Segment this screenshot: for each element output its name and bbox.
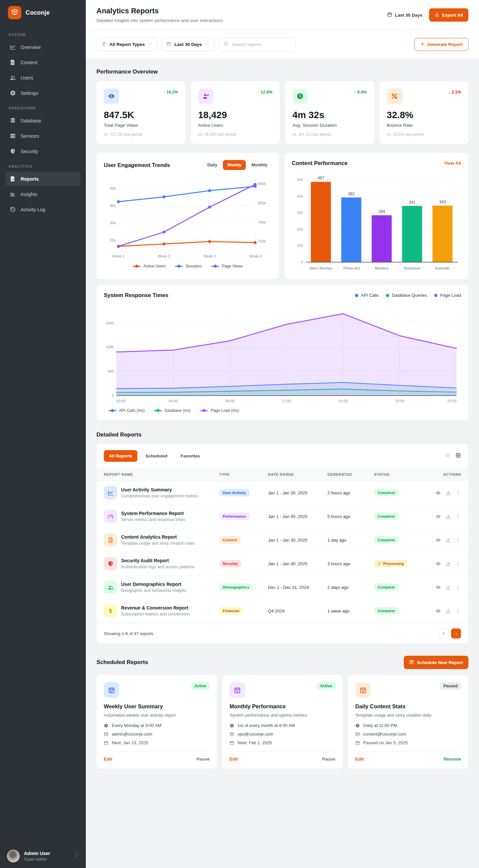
overview-icon [9,44,16,50]
table-row[interactable]: Content Analytics ReportTemplate usage a… [96,528,468,552]
svg-text:20k: 20k [110,238,116,242]
status-cell: Complete [374,489,423,496]
edit-link[interactable]: Edit [229,756,238,762]
gauge-icon [104,510,117,523]
edit-link[interactable]: Edit [355,756,364,762]
download-icon[interactable] [445,537,451,543]
report-name: User Activity Summary [121,487,198,492]
sidebar-item-database[interactable]: Database [5,114,81,128]
report-tab-scheduled[interactable]: Scheduled [140,450,173,462]
grid-view-icon[interactable] [455,453,461,460]
status-cell: Complete [374,513,423,520]
user-check-icon [198,89,214,104]
sidebar-item-reports[interactable]: Reports [5,172,81,186]
generate-report-button[interactable]: Generate Report [414,38,468,51]
resume-link[interactable]: Resume [443,756,461,762]
calendar-x-icon [355,682,371,698]
engagement-tab-monthly[interactable]: Monthly [247,160,272,170]
pause-link[interactable]: Pause [196,756,210,762]
page-prev-button[interactable] [439,628,448,639]
view-all-link[interactable]: View All [444,161,461,166]
download-icon[interactable] [445,561,451,566]
download-icon[interactable] [445,490,451,496]
sidebar-item-insights[interactable]: Insights [5,187,81,201]
clock-icon [355,723,360,728]
edit-link[interactable]: Edit [104,756,113,762]
download-icon[interactable] [445,608,451,614]
table-row[interactable]: Revenue & Conversion ReportSubscription … [96,599,468,623]
sidebar-item-settings[interactable]: Settings [5,86,81,100]
kebab-icon[interactable] [455,561,461,566]
report-type-select[interactable]: All Report Types [96,38,157,51]
table-row[interactable]: System Performance ReportServer metrics … [96,505,468,528]
sidebar: Coconje SYSTEMOverviewContentUsersSettin… [0,0,86,868]
stat-cards: ↑ 18.2%847.5KTotal Page Viewsvs. 717.2K … [96,81,468,144]
legend-label: Database (ms) [165,408,191,413]
mail-icon [355,732,360,737]
detailed-reports-card: All ReportsScheduledFavorites Report Nam… [96,444,468,644]
eye-icon[interactable] [436,561,441,566]
scheduled-card-footer: EditResume [355,751,461,762]
report-name-text: User Demographics ReportGeographic and b… [121,582,186,593]
response-times-head: System Response Times API CallsDatabase … [104,292,461,299]
stat-compare: vs. 717.2K last period [104,132,178,137]
kebab-icon[interactable] [74,853,79,859]
download-icon[interactable] [445,514,451,519]
eye-icon[interactable] [436,585,441,590]
svg-text:800k: 800k [258,201,266,205]
scheduled-card-top: Active [229,682,335,698]
kebab-icon[interactable] [455,537,461,543]
page-button-1<span class=[interactable] [451,628,461,639]
stat-value: 847.5K [104,110,178,120]
stat-value: 18,429 [198,110,273,120]
sidebar-item-overview[interactable]: Overview [5,40,81,54]
avatar [7,849,20,863]
kebab-icon[interactable] [455,608,461,614]
sidebar-item-label: Activity Log [21,207,45,212]
actions-cell [426,608,461,614]
svg-text:Hero Journey: Hero Journey [309,266,332,270]
date-range-cell: Jan 1 - Jan 30, 2025 [268,514,324,519]
sidebar-item-security[interactable]: Security [5,144,81,158]
legend-item-page-load-ms: Page Load (ms) [200,408,239,413]
list-view-icon[interactable] [444,453,450,460]
sidebar-item-activity-log[interactable]: Activity Log [5,202,81,217]
status-cell: Complete [374,536,423,544]
calendar-icon [387,12,392,18]
engagement-tab-daily[interactable]: Daily [203,160,222,170]
stat-value: 4m 32s [292,110,367,120]
pause-link[interactable]: Pause [322,756,335,762]
kebab-icon[interactable] [455,585,461,590]
eye-icon[interactable] [436,608,441,614]
export-all-button[interactable]: Export All [429,8,468,22]
svg-text:04:00: 04:00 [169,399,178,403]
report-name-cell: System Performance ReportServer metrics … [104,510,216,523]
sidebar-item-content[interactable]: Content [5,55,81,69]
kebab-icon[interactable] [455,514,461,519]
meta-item: content@coconje.com [355,732,461,737]
nav-section-label: OPERATIONS [9,106,77,110]
table-header: Report NameTypeDate RangeGeneratedStatus… [96,468,468,481]
kebab-icon[interactable] [455,490,461,496]
nav-section-label: ANALYTICS [9,164,77,168]
sidebar-item-services[interactable]: Services [5,129,81,143]
table-row[interactable]: User Demographics ReportGeographic and b… [96,576,468,599]
search-input[interactable] [232,42,291,47]
eye-icon[interactable] [436,514,441,519]
date-range-select[interactable]: Last 30 Days [161,38,215,51]
date-range-button[interactable]: Last 30 Days [387,12,422,18]
eye-icon[interactable] [436,537,441,543]
table-row[interactable]: User Activity SummaryComprehensive user … [96,481,468,505]
report-tab-favorites[interactable]: Favorites [175,450,205,462]
eye-icon[interactable] [436,490,441,496]
engagement-tab-weekly[interactable]: Weekly [223,160,246,170]
schedule-new-report-button[interactable]: Schedule New Report [404,656,468,669]
stat-top: ↓ 2.1% [387,89,461,104]
report-tab-all-reports[interactable]: All Reports [104,450,137,462]
user-menu[interactable]: Admin User Super Admin [0,844,86,868]
download-icon[interactable] [445,585,451,590]
sidebar-item-users[interactable]: Users [5,70,81,85]
table-row[interactable]: Security Audit ReportAuthentication logs… [96,552,468,576]
clock-icon [104,723,108,728]
response-legend-bottom: API Calls (ms)Database (ms)Page Load (ms… [104,408,461,413]
